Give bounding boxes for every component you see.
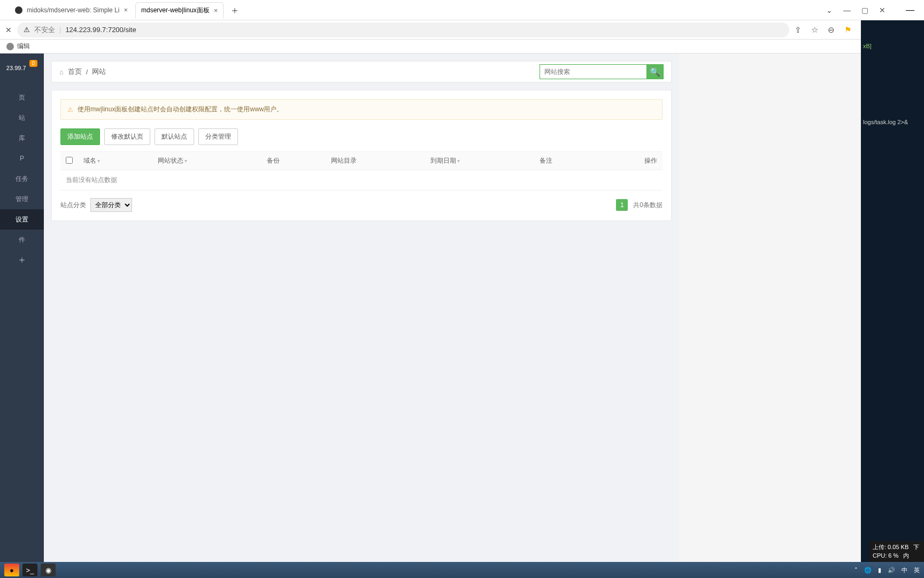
taskbar-apps: ● >_ ◉ bbox=[4, 564, 56, 576]
tab-strip: midoks/mdserver-web: Simple Li × mdserve… bbox=[0, 2, 815, 18]
category-manage-button[interactable]: 分类管理 bbox=[198, 128, 238, 145]
sidebar-item-site[interactable]: 站 bbox=[0, 108, 44, 128]
github-icon bbox=[15, 6, 22, 14]
sidebar-item-home[interactable]: 页 bbox=[0, 87, 44, 108]
breadcrumb-sep: / bbox=[86, 68, 88, 76]
sidebar-add-button[interactable]: ＋ bbox=[17, 253, 27, 266]
pager: 1 共0条数据 bbox=[616, 199, 663, 211]
category-filter: 站点分类 全部分类 bbox=[60, 198, 132, 212]
address-bar: ✕ ⚠ 不安全 | 124.223.99.7:7200/site ⇪ ☆ ⊖ ⚑… bbox=[0, 20, 924, 40]
bookmarks-bar: 编辑 其他书签 bbox=[0, 40, 924, 54]
close-icon[interactable]: ✕ bbox=[879, 6, 886, 14]
breadcrumb-current: 网站 bbox=[92, 67, 106, 77]
sort-icon: ▾ bbox=[184, 158, 187, 164]
tab-title: mdserver-web|linux面板 bbox=[141, 6, 210, 15]
chrome-icon[interactable]: ● bbox=[4, 564, 19, 576]
table-row-empty: 当前没有站点数据 bbox=[60, 170, 663, 191]
sidebar-item-files[interactable]: 管理 bbox=[0, 189, 44, 209]
globe-icon bbox=[6, 43, 14, 50]
ime-mode[interactable]: 英 bbox=[914, 566, 920, 574]
search-tabs-icon[interactable]: ⌄ bbox=[826, 6, 833, 14]
breadcrumb-home[interactable]: 首页 bbox=[68, 67, 82, 77]
cloud-icon[interactable]: ⊖ bbox=[828, 25, 835, 35]
action-buttons: 添加站点 修改默认页 默认站点 分类管理 bbox=[60, 128, 663, 145]
taskbar: ● >_ ◉ ˄ 🌐 ▮ 🔊 中 英 bbox=[0, 562, 924, 578]
col-note: 备注 bbox=[534, 152, 598, 170]
minimize-icon[interactable]: ― bbox=[843, 6, 851, 14]
breadcrumb: ⌂ 首页 / 网站 bbox=[59, 67, 106, 77]
insecure-label: 不安全 bbox=[34, 25, 55, 35]
sidebar-item-soft[interactable]: 件 bbox=[0, 230, 44, 250]
site-search: 🔍 bbox=[540, 64, 664, 79]
table-footer: 站点分类 全部分类 1 共0条数据 bbox=[60, 198, 663, 212]
tab-title: midoks/mdserver-web: Simple Li bbox=[27, 6, 119, 14]
col-action: 操作 bbox=[598, 152, 663, 170]
tray-expand-icon[interactable]: ˄ bbox=[854, 567, 858, 574]
col-domain[interactable]: 域名▾ bbox=[78, 152, 152, 170]
sort-icon: ▾ bbox=[97, 158, 100, 164]
search-input[interactable] bbox=[540, 64, 646, 79]
new-tab-button[interactable]: ＋ bbox=[230, 4, 240, 17]
sidebar-ip: 23.99.7 bbox=[6, 65, 26, 71]
browser-window-controls: ⌄ ― ▢ ✕ bbox=[815, 6, 896, 14]
col-status[interactable]: 网站状态▾ bbox=[152, 152, 261, 170]
share-icon[interactable]: ⇪ bbox=[795, 25, 802, 35]
sidebar-badge: 0 bbox=[29, 60, 38, 67]
default-site-button[interactable]: 默认站点 bbox=[155, 128, 194, 145]
insecure-icon: ⚠ bbox=[24, 26, 30, 34]
tray-network-icon[interactable]: 🌐 bbox=[864, 567, 872, 574]
main-panel: ⚠ 使用mw|linux面板创建站点时会自动创建权限配置，统一使用www用户。 … bbox=[51, 90, 672, 221]
site-table: 域名▾ 网站状态▾ 备份 网站目录 到期日期▾ 备注 操作 当前没有站点数据 bbox=[60, 151, 663, 191]
bookmark-item[interactable]: 编辑 bbox=[6, 42, 30, 51]
sidebar-item-settings[interactable]: 设置 bbox=[0, 209, 44, 230]
flag-icon[interactable]: ⚑ bbox=[844, 25, 851, 35]
sidebar-item-db[interactable]: 库 bbox=[0, 128, 44, 148]
add-site-button[interactable]: 添加站点 bbox=[60, 128, 100, 145]
col-backup: 备份 bbox=[261, 152, 326, 170]
maximize-icon[interactable]: ▢ bbox=[861, 6, 868, 14]
stop-reload-icon[interactable]: ✕ bbox=[5, 26, 12, 34]
sort-icon: ▾ bbox=[457, 158, 460, 164]
breadcrumb-panel: ⌂ 首页 / 网站 🔍 bbox=[51, 61, 672, 82]
obs-icon[interactable]: ◉ bbox=[41, 564, 56, 576]
select-all-checkbox[interactable] bbox=[66, 157, 73, 164]
search-icon: 🔍 bbox=[650, 67, 660, 77]
col-dir: 网站目录 bbox=[326, 152, 425, 170]
ime-lang[interactable]: 中 bbox=[902, 566, 907, 574]
warning-icon: ⚠ bbox=[67, 106, 73, 113]
search-button[interactable]: 🔍 bbox=[646, 64, 664, 79]
home-icon: ⌂ bbox=[59, 68, 64, 76]
url-field[interactable]: ⚠ 不安全 | 124.223.99.7:7200/site bbox=[17, 22, 789, 37]
page-total: 共0条数据 bbox=[633, 201, 663, 210]
app-root: 23.99.7 0 页 站 库 P 任务 管理 设置 件 ＋ 7200/conf… bbox=[0, 54, 924, 578]
close-icon[interactable]: × bbox=[214, 6, 218, 14]
terminal-line: xB] bbox=[863, 43, 872, 49]
bookmark-icon[interactable]: ☆ bbox=[811, 25, 818, 35]
systray: ˄ 🌐 ▮ 🔊 中 英 bbox=[854, 566, 920, 574]
filter-label: 站点分类 bbox=[60, 201, 86, 210]
window-title-bar: midoks/mdserver-web: Simple Li × mdserve… bbox=[0, 0, 924, 20]
sidebar-item-ftp[interactable]: P bbox=[0, 148, 44, 169]
content-area: ⌂ 首页 / 网站 🔍 ⚠ 使用mw|linux面板创建站点时会自动创建权限配置… bbox=[44, 54, 679, 578]
category-select[interactable]: 全部分类 bbox=[90, 198, 132, 212]
minimize-icon[interactable]: ― bbox=[906, 5, 914, 15]
sidebar-item-cron[interactable]: 任务 bbox=[0, 169, 44, 189]
browser-tab-active[interactable]: mdserver-web|linux面板 × bbox=[135, 2, 224, 18]
tray-volume-icon[interactable]: 🔊 bbox=[888, 567, 895, 574]
modify-default-button[interactable]: 修改默认页 bbox=[104, 128, 150, 145]
alert-text: 使用mw|linux面板创建站点时会自动创建权限配置，统一使用www用户。 bbox=[78, 105, 283, 114]
col-expire[interactable]: 到期日期▾ bbox=[425, 152, 534, 170]
browser-tab-github[interactable]: midoks/mdserver-web: Simple Li × bbox=[10, 2, 133, 18]
system-stats-overlay: 上传: 0.05 KB 下 CPU: 6 % 内 bbox=[869, 541, 924, 562]
outer-window-controls: ― bbox=[896, 5, 924, 15]
url-text: 124.223.99.7:7200/site bbox=[65, 26, 136, 34]
close-icon[interactable]: × bbox=[124, 6, 128, 14]
terminal-icon[interactable]: >_ bbox=[22, 564, 37, 576]
empty-message: 当前没有站点数据 bbox=[60, 170, 663, 191]
tray-battery-icon[interactable]: ▮ bbox=[878, 567, 881, 574]
info-alert: ⚠ 使用mw|linux面板创建站点时会自动创建权限配置，统一使用www用户。 bbox=[60, 99, 663, 120]
page-button[interactable]: 1 bbox=[616, 199, 628, 211]
sidebar: 23.99.7 0 页 站 库 P 任务 管理 设置 件 ＋ 7200/conf… bbox=[0, 54, 44, 578]
